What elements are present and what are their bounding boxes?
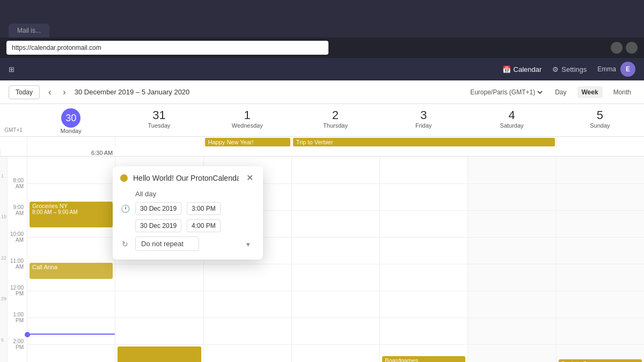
hour-line (115, 264, 203, 264)
hour-line (380, 264, 467, 264)
tuesday-event[interactable] (118, 346, 201, 362)
calendar-grid: GMT+1 30 Monday 31 Tuesday 1 Wednesday 2… (0, 104, 644, 362)
popup-repeat-wrap[interactable]: Do not repeat Every day Every week Every… (135, 237, 255, 251)
allday-col-6: 6:30 AM (27, 147, 115, 156)
popup-color-dot[interactable] (120, 174, 128, 182)
trip-to-verbier-event[interactable]: Trip to Verbier (293, 138, 555, 146)
time-grid-wrap: 1 15 22 29 5 8:00 AM 9:00 AM 10:00 AM 11… (0, 157, 644, 362)
hour-line (115, 291, 203, 291)
day-col-saturday[interactable] (467, 157, 555, 362)
back-to-geneva-event[interactable]: Back to Geneva 1:30 PM – 4:00 PM (559, 359, 642, 362)
hour-line (557, 183, 644, 184)
popup-start-date[interactable]: 30 Dec 2019 (135, 202, 181, 215)
repeat-icon: ↻ (120, 240, 130, 248)
calendar-icon: 📅 (502, 65, 511, 73)
hour-line (468, 237, 555, 238)
allday-col-4 (556, 137, 644, 147)
allday-col-2[interactable]: Happy New Year! (203, 137, 291, 147)
hour-line (557, 291, 644, 291)
hour-line (380, 344, 467, 345)
prev-arrow[interactable]: ‹ (45, 86, 54, 98)
day-num-3: 2 (291, 108, 379, 122)
hour-line (115, 317, 203, 318)
call-anna-event[interactable]: Call Anna (30, 263, 113, 279)
popup-end-date[interactable]: 30 Dec 2019 (135, 219, 181, 232)
event-popup: ✕ All day 🕐 30 Dec 2019 3:00 PM 30 Dec 2… (113, 166, 263, 260)
week-5: 5 (1, 337, 4, 343)
date-range: 30 December 2019 – 5 January 2020 (75, 88, 190, 96)
today-button[interactable]: Today (9, 85, 40, 99)
hour-line (292, 344, 379, 345)
allday-gmt (0, 137, 27, 147)
day-col-friday[interactable]: Boardgames 1:00 PM – 7:30 PM (379, 157, 467, 362)
nav-calendar[interactable]: 📅 Calendar (502, 65, 542, 73)
calendar-toolbar: Today ‹ › 30 December 2019 – 5 January 2… (0, 80, 644, 104)
popup-start-time[interactable]: 3:00 PM (187, 202, 221, 215)
allday-col-0 (27, 137, 115, 147)
boardgames-event[interactable]: Boardgames 1:00 PM – 7:30 PM (382, 356, 465, 362)
popup-header: ✕ (113, 166, 263, 188)
hour-line (468, 317, 555, 318)
address-bar[interactable]: https://calendar.protonmail.com (6, 41, 328, 55)
app: ⊞ 📅 Calendar ⚙ Settings Emma E Today ‹ ›… (0, 58, 644, 362)
hour-line (27, 291, 115, 291)
hour-line (292, 291, 379, 291)
hour-line (292, 264, 379, 264)
hour-line (557, 317, 644, 318)
hour-line (27, 183, 115, 184)
hour-line (468, 344, 555, 345)
allday-col-1 (115, 137, 203, 147)
popup-repeat-select[interactable]: Do not repeat Every day Every week Every… (135, 237, 199, 251)
settings-icon: ⚙ (552, 65, 559, 73)
avatar[interactable]: E (620, 62, 635, 77)
popup-allday-row: All day (113, 188, 263, 200)
gmt-label: GMT+1 (0, 104, 27, 136)
toolbar-right: Europe/Paris (GMT+1) Day Week Month (468, 86, 635, 98)
day-header-1: 31 Tuesday (115, 104, 203, 136)
popup-title-input[interactable] (133, 174, 239, 182)
day-col-sunday[interactable]: Back to Geneva 1:30 PM – 4:00 PM (556, 157, 644, 362)
time-labels: 8:00 AM 9:00 AM 10:00 AM 11:00 AM 12:00 … (8, 157, 27, 362)
day-col-thursday[interactable] (291, 157, 379, 362)
view-month-btn[interactable]: Month (609, 86, 635, 98)
happy-new-year-event[interactable]: Happy New Year! (205, 138, 290, 146)
hour-line (468, 291, 555, 291)
next-arrow[interactable]: › (60, 86, 69, 98)
day-num-1: 31 (115, 108, 203, 122)
browser-tab[interactable]: Mail is... (9, 24, 49, 38)
popup-close-button[interactable]: ✕ (244, 173, 255, 183)
nav-calendar-label: Calendar (514, 65, 542, 73)
hour-line (292, 183, 379, 184)
view-day-btn[interactable]: Day (551, 86, 570, 98)
hour-line (292, 317, 379, 318)
week-numbers: 1 15 22 29 5 (0, 157, 8, 362)
day-name-4: Friday (379, 122, 467, 129)
popup-repeat-row: ↻ Do not repeat Every day Every week Eve… (113, 234, 263, 253)
hour-line (468, 264, 555, 264)
day-name-5: Saturday (467, 122, 555, 129)
day-col-monday[interactable]: Groceries NY 8:00 AM – 9:00 AM Call Anna… (27, 157, 115, 362)
popup-end-time[interactable]: 4:00 PM (187, 219, 221, 232)
view-week-btn[interactable]: Week (577, 86, 603, 98)
popup-end-row: 30 Dec 2019 4:00 PM (113, 217, 263, 234)
day-name-0: Monday (27, 128, 115, 134)
day-headers: GMT+1 30 Monday 31 Tuesday 1 Wednesday 2… (0, 104, 644, 137)
nav-settings[interactable]: ⚙ Settings (552, 65, 587, 73)
allday-col-3[interactable]: Trip to Verbier (291, 137, 556, 147)
hour-line (204, 317, 291, 318)
address-bar-row: https://calendar.protonmail.com (0, 38, 644, 58)
popup-allday-label: All day (135, 190, 156, 198)
hour-line (204, 264, 291, 264)
browser-btn-1[interactable] (611, 42, 623, 54)
groceries-ny-event[interactable]: Groceries NY 8:00 AM – 9:00 AM (30, 202, 113, 227)
hour-line (468, 183, 555, 184)
day-header-5: 4 Saturday (467, 104, 555, 136)
hour-line (468, 210, 555, 211)
hour-line (380, 317, 467, 318)
hour-line (27, 317, 115, 318)
hour-line (557, 210, 644, 211)
hour-line (292, 237, 379, 238)
timezone-select[interactable]: Europe/Paris (GMT+1) (468, 88, 544, 97)
browser-btn-2[interactable] (626, 42, 638, 54)
day-name-6: Sunday (556, 122, 644, 129)
